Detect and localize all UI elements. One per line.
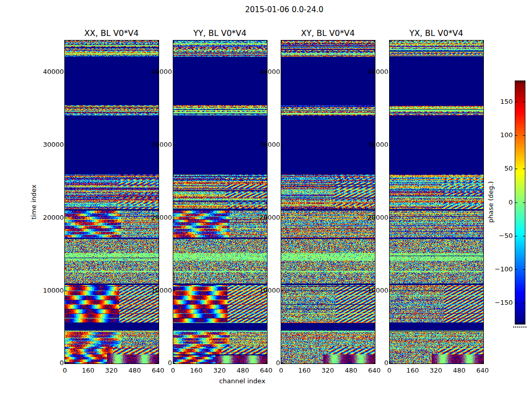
x-tick-label: 160: [402, 367, 424, 375]
colorbar-tick-label: −100: [486, 265, 513, 273]
x-tick-label: 320: [100, 367, 123, 375]
x-tick-label: 480: [448, 367, 471, 375]
y-tick-label: 20000: [35, 214, 64, 222]
y-tick-label: 20000: [252, 214, 280, 222]
y-axis-label: time index: [30, 167, 38, 237]
x-tick-label: 320: [317, 367, 339, 375]
x-tick-label: 0: [162, 367, 184, 375]
x-tick-label: 0: [378, 367, 401, 375]
y-tick-label: 10000: [252, 287, 280, 295]
y-tick-label: 30000: [252, 141, 280, 149]
x-tick-label: 480: [340, 367, 362, 375]
x-tick-label: 160: [185, 367, 208, 375]
colorbar-tick-label: 150: [486, 98, 513, 106]
y-tick-label: 40000: [35, 68, 64, 76]
y-tick-label: 0: [360, 359, 389, 367]
panel-title-xx: XX, BL V0*V4: [84, 28, 138, 38]
figure: 2015-01-06 0.0-24.0 XX, BL V0*V4 YY, BL …: [0, 0, 532, 405]
heatmap-canvas-xy: [281, 40, 375, 364]
x-tick-label: 320: [209, 367, 231, 375]
panel-title-yy: YY, BL V0*V4: [194, 28, 247, 38]
y-tick-label: 10000: [360, 287, 389, 295]
y-tick-label: 20000: [144, 214, 172, 222]
y-tick-label: 0: [35, 359, 64, 367]
x-tick-label: 480: [232, 367, 254, 375]
x-axis-label: channel index: [219, 377, 265, 385]
x-tick-label: 640: [472, 367, 494, 375]
x-tick-label: 320: [425, 367, 447, 375]
y-tick-label: 40000: [252, 68, 280, 76]
heatmap-canvas-xx: [64, 40, 159, 364]
y-tick-label: 0: [252, 359, 280, 367]
colorbar-tick-label: 100: [486, 131, 513, 139]
y-tick-label: 10000: [35, 287, 64, 295]
colorbar-tick-label: −150: [486, 299, 513, 307]
colorbar-canvas: [515, 80, 525, 325]
colorbar-dotted-edge: [513, 327, 526, 328]
x-tick-label: 480: [124, 367, 146, 375]
heatmap-canvas-yy: [173, 40, 268, 364]
x-tick-label: 160: [293, 367, 316, 375]
x-tick-label: 160: [77, 367, 99, 375]
x-tick-label: 0: [270, 367, 292, 375]
y-tick-label: 30000: [360, 141, 389, 149]
y-tick-label: 40000: [144, 68, 172, 76]
y-tick-label: 30000: [144, 141, 172, 149]
x-tick-label: 0: [54, 367, 76, 375]
y-tick-label: 0: [144, 359, 172, 367]
y-tick-label: 40000: [360, 68, 389, 76]
colorbar-label: phase (deg.): [487, 167, 495, 237]
figure-title: 2015-01-06 0.0-24.0: [245, 5, 324, 14]
panel-title-yx: YX, BL V0*V4: [409, 28, 463, 38]
y-tick-label: 30000: [35, 141, 64, 149]
y-tick-label: 10000: [144, 287, 172, 295]
panel-title-xy: XY, BL V0*V4: [301, 28, 355, 38]
heatmap-canvas-yx: [389, 40, 484, 364]
y-tick-label: 20000: [360, 214, 389, 222]
